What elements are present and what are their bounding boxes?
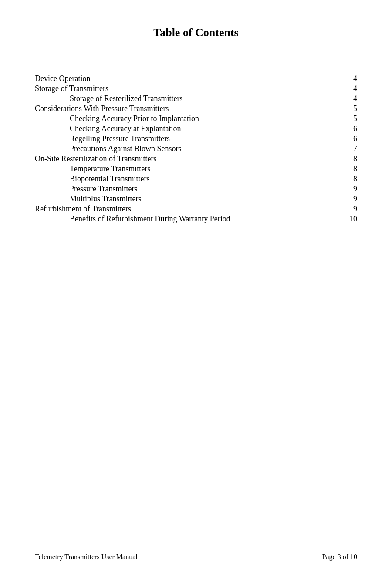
toc-item: Multiplus Transmitters9 bbox=[35, 194, 357, 204]
toc-item-page: 10 bbox=[344, 214, 357, 224]
toc-item-page: 9 bbox=[344, 194, 357, 204]
page-container: Table of Contents Device Operation4Stora… bbox=[0, 0, 392, 574]
toc-item-page: 4 bbox=[344, 74, 357, 83]
toc-item-label: Temperature Transmitters bbox=[70, 164, 344, 173]
toc-item: Considerations With Pressure Transmitter… bbox=[35, 104, 357, 113]
toc-item-page: 6 bbox=[344, 124, 357, 133]
toc-item-label: Storage of Resterilized Transmitters bbox=[70, 94, 344, 103]
toc-item-label: Storage of Transmitters bbox=[35, 84, 344, 93]
toc-item-page: 7 bbox=[344, 144, 357, 153]
toc-item-page: 6 bbox=[344, 134, 357, 143]
toc-item: Regelling Pressure Transmitters6 bbox=[35, 134, 357, 143]
toc-item: Precautions Against Blown Sensors7 bbox=[35, 144, 357, 153]
toc-item-label: Biopotential Transmitters bbox=[70, 174, 344, 183]
toc-item-label: Benefits of Refurbishment During Warrant… bbox=[70, 214, 344, 224]
toc-item-page: 8 bbox=[344, 164, 357, 173]
footer-right: Page 3 of 10 bbox=[322, 553, 357, 561]
toc-item: Benefits of Refurbishment During Warrant… bbox=[35, 214, 357, 224]
toc-item-page: 5 bbox=[344, 104, 357, 113]
toc-item-page: 4 bbox=[344, 84, 357, 93]
toc-item: Checking Accuracy Prior to Implantation5 bbox=[35, 114, 357, 123]
toc-item: Pressure Transmitters9 bbox=[35, 184, 357, 194]
toc-item-label: Checking Accuracy Prior to Implantation bbox=[70, 114, 344, 123]
toc-item-label: Checking Accuracy at Explantation bbox=[70, 124, 344, 133]
toc-item: Checking Accuracy at Explantation6 bbox=[35, 124, 357, 133]
toc-item: Device Operation4 bbox=[35, 74, 357, 83]
toc-item-label: Device Operation bbox=[35, 74, 344, 83]
toc-item: Storage of Resterilized Transmitters4 bbox=[35, 94, 357, 103]
toc-item-label: Regelling Pressure Transmitters bbox=[70, 134, 344, 143]
toc-item-page: 4 bbox=[344, 94, 357, 103]
toc-item-page: 8 bbox=[344, 154, 357, 163]
toc-item-page: 5 bbox=[344, 114, 357, 123]
toc-item-page: 8 bbox=[344, 174, 357, 183]
toc-item-label: Refurbishment of Transmitters bbox=[35, 204, 344, 214]
toc-item: Refurbishment of Transmitters9 bbox=[35, 204, 357, 214]
toc-item-label: Pressure Transmitters bbox=[70, 184, 344, 194]
toc-item-label: Precautions Against Blown Sensors bbox=[70, 144, 344, 153]
toc-item: On-Site Resterilization of Transmitters8 bbox=[35, 154, 357, 163]
toc-item: Temperature Transmitters8 bbox=[35, 164, 357, 173]
toc-item-label: Multiplus Transmitters bbox=[70, 194, 344, 204]
footer-left: Telemetry Transmitters User Manual bbox=[35, 553, 138, 561]
toc-item-label: On-Site Resterilization of Transmitters bbox=[35, 154, 344, 163]
toc-item-page: 9 bbox=[344, 184, 357, 194]
footer: Telemetry Transmitters User Manual Page … bbox=[35, 553, 357, 561]
toc-item: Storage of Transmitters4 bbox=[35, 84, 357, 93]
toc-item-page: 9 bbox=[344, 204, 357, 214]
toc-entries: Device Operation4Storage of Transmitters… bbox=[35, 74, 357, 224]
toc-item-label: Considerations With Pressure Transmitter… bbox=[35, 104, 344, 113]
toc-item: Biopotential Transmitters8 bbox=[35, 174, 357, 183]
page-title: Table of Contents bbox=[35, 26, 357, 39]
